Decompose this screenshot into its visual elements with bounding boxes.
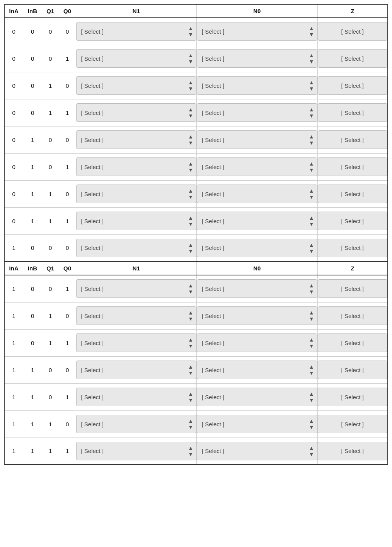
table-row: 0100[ Select ]▲▼[ Select ]▲▼[ Select ] <box>4 126 388 153</box>
z-select-dropdown-s1-7[interactable]: [ Select ] <box>318 212 387 230</box>
table-row: 0101[ Select ]▲▼[ Select ]▲▼[ Select ] <box>4 153 388 180</box>
cell-q1: 0 <box>42 45 59 72</box>
z-select-dropdown-s2-1[interactable]: [ Select ] <box>318 306 387 325</box>
select-dropdown-s1-5-n0[interactable]: [ Select ] <box>197 157 317 176</box>
select-dropdown-s1-7-n1[interactable]: [ Select ] <box>76 212 197 230</box>
select-dropdown-s1-6-n1[interactable]: [ Select ] <box>76 185 197 203</box>
cell-ina: 1 <box>4 302 23 329</box>
select-wrapper-s1-5-n1: [ Select ]▲▼ <box>76 157 197 176</box>
cell-q1: 0 <box>42 383 59 410</box>
select-dropdown-s2-6-n1[interactable]: [ Select ] <box>76 442 197 460</box>
select-dropdown-s2-4-n1[interactable]: [ Select ] <box>76 388 197 406</box>
select-dropdown-s1-2-n0[interactable]: [ Select ] <box>197 76 317 95</box>
select-wrapper-s1-8-n0: [ Select ]▲▼ <box>197 239 317 257</box>
cell-q0: 1 <box>59 153 76 180</box>
cell-ina: 0 <box>4 18 23 45</box>
select-dropdown-s1-1-n0[interactable]: [ Select ] <box>197 49 317 68</box>
z-select-cell-s1-8: [ Select ] <box>317 234 388 262</box>
select-dropdown-s2-2-n1[interactable]: [ Select ] <box>76 333 197 352</box>
cell-q0: 0 <box>59 234 76 262</box>
select-dropdown-s1-4-n0[interactable]: [ Select ] <box>197 130 317 149</box>
z-select-cell-s2-6: [ Select ] <box>317 438 388 465</box>
select-dropdown-s2-5-n1[interactable]: [ Select ] <box>76 415 197 433</box>
select-dropdown-s1-8-n1[interactable]: [ Select ] <box>76 239 197 257</box>
z-select-cell-s1-7: [ Select ] <box>317 207 388 234</box>
header2-q0: Q0 <box>59 262 76 275</box>
z-select-dropdown-s2-0[interactable]: [ Select ] <box>318 279 387 298</box>
cell-ina: 1 <box>4 410 23 438</box>
z-select-dropdown-s2-3[interactable]: [ Select ] <box>318 361 387 379</box>
cell-q1: 1 <box>42 329 59 356</box>
table-row: 1100[ Select ]▲▼[ Select ]▲▼[ Select ] <box>4 356 388 383</box>
cell-q1: 0 <box>42 356 59 383</box>
z-select-dropdown-s2-4[interactable]: [ Select ] <box>318 388 387 406</box>
table-row: 1011[ Select ]▲▼[ Select ]▲▼[ Select ] <box>4 329 388 356</box>
cell-q1: 1 <box>42 72 59 99</box>
select-cell-s2-5-n1: [ Select ]▲▼ <box>76 410 197 438</box>
z-select-cell-s1-5: [ Select ] <box>317 153 388 180</box>
select-dropdown-s1-4-n1[interactable]: [ Select ] <box>76 130 197 149</box>
select-dropdown-s1-6-n0[interactable]: [ Select ] <box>197 185 317 203</box>
select-cell-s1-6-n1: [ Select ]▲▼ <box>76 180 197 207</box>
select-cell-s1-6-n0: [ Select ]▲▼ <box>197 180 318 207</box>
select-cell-s1-1-n1: [ Select ]▲▼ <box>76 45 197 72</box>
cell-q1: 1 <box>42 99 59 126</box>
cell-q1: 0 <box>42 234 59 262</box>
select-dropdown-s1-8-n0[interactable]: [ Select ] <box>197 239 317 257</box>
select-wrapper-s2-2-n0: [ Select ]▲▼ <box>197 333 317 352</box>
select-dropdown-s2-5-n0[interactable]: [ Select ] <box>197 415 317 433</box>
z-select-dropdown-s2-2[interactable]: [ Select ] <box>318 333 387 352</box>
cell-ina: 0 <box>4 126 23 153</box>
header2-z: Z <box>317 262 388 275</box>
select-wrapper-s1-0-n1: [ Select ]▲▼ <box>76 22 197 41</box>
select-wrapper-s1-6-n0: [ Select ]▲▼ <box>197 185 317 203</box>
select-dropdown-s1-3-n0[interactable]: [ Select ] <box>197 103 317 122</box>
select-dropdown-s2-2-n0[interactable]: [ Select ] <box>197 333 317 352</box>
header-n0: N0 <box>197 4 318 18</box>
table-row: 1001[ Select ]▲▼[ Select ]▲▼[ Select ] <box>4 275 388 302</box>
select-dropdown-s2-4-n0[interactable]: [ Select ] <box>197 388 317 406</box>
select-dropdown-s1-0-n0[interactable]: [ Select ] <box>197 22 317 41</box>
select-dropdown-s2-0-n1[interactable]: [ Select ] <box>76 279 197 298</box>
select-dropdown-s1-1-n1[interactable]: [ Select ] <box>76 49 197 68</box>
select-dropdown-s1-5-n1[interactable]: [ Select ] <box>76 157 197 176</box>
select-dropdown-s1-7-n0[interactable]: [ Select ] <box>197 212 317 230</box>
select-dropdown-s2-1-n1[interactable]: [ Select ] <box>76 306 197 325</box>
select-cell-s1-2-n1: [ Select ]▲▼ <box>76 72 197 99</box>
z-select-dropdown-s1-4[interactable]: [ Select ] <box>318 130 387 149</box>
select-dropdown-s2-6-n0[interactable]: [ Select ] <box>197 442 317 460</box>
select-dropdown-s2-1-n0[interactable]: [ Select ] <box>197 306 317 325</box>
cell-ina: 0 <box>4 207 23 234</box>
select-cell-s1-8-n0: [ Select ]▲▼ <box>197 234 318 262</box>
select-dropdown-s1-0-n1[interactable]: [ Select ] <box>76 22 197 41</box>
z-select-cell-s2-2: [ Select ] <box>317 329 388 356</box>
cell-inb: 1 <box>23 126 42 153</box>
cell-q0: 1 <box>59 275 76 302</box>
cell-q1: 0 <box>42 18 59 45</box>
select-wrapper-s1-1-n0: [ Select ]▲▼ <box>197 49 317 68</box>
cell-ina: 0 <box>4 180 23 207</box>
z-select-dropdown-s2-6[interactable]: [ Select ] <box>318 442 387 460</box>
cell-ina: 1 <box>4 329 23 356</box>
z-select-dropdown-s1-8[interactable]: [ Select ] <box>318 239 387 257</box>
z-select-dropdown-s1-1[interactable]: [ Select ] <box>318 49 387 68</box>
z-select-dropdown-s1-2[interactable]: [ Select ] <box>318 76 387 95</box>
z-select-dropdown-s1-0[interactable]: [ Select ] <box>318 22 387 41</box>
select-dropdown-s2-3-n1[interactable]: [ Select ] <box>76 361 197 379</box>
z-select-dropdown-s1-5[interactable]: [ Select ] <box>318 157 387 176</box>
cell-q0: 0 <box>59 410 76 438</box>
select-wrapper-s1-8-n1: [ Select ]▲▼ <box>76 239 197 257</box>
select-dropdown-s2-3-n0[interactable]: [ Select ] <box>197 361 317 379</box>
select-dropdown-s1-3-n1[interactable]: [ Select ] <box>76 103 197 122</box>
cell-inb: 1 <box>23 180 42 207</box>
z-select-dropdown-s2-5[interactable]: [ Select ] <box>318 415 387 433</box>
select-wrapper-s1-4-n1: [ Select ]▲▼ <box>76 130 197 149</box>
z-select-dropdown-s1-3[interactable]: [ Select ] <box>318 103 387 122</box>
select-wrapper-s2-4-n0: [ Select ]▲▼ <box>197 388 317 406</box>
select-dropdown-s1-2-n1[interactable]: [ Select ] <box>76 76 197 95</box>
z-select-dropdown-s1-6[interactable]: [ Select ] <box>318 185 387 203</box>
select-cell-s1-7-n1: [ Select ]▲▼ <box>76 207 197 234</box>
select-dropdown-s2-0-n0[interactable]: [ Select ] <box>197 279 317 298</box>
cell-inb: 1 <box>23 207 42 234</box>
cell-q0: 0 <box>59 72 76 99</box>
